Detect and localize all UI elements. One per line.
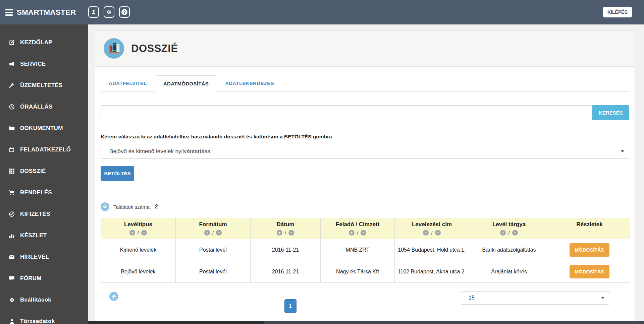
results-label: Találatok száma: (113, 204, 151, 210)
results-summary: Találatok száma: 2 (101, 202, 629, 211)
results-table: Levéltípus +/− Formátum +/− Dátum +/− (101, 218, 630, 283)
sidebar-item-service[interactable]: SERVICE (0, 53, 88, 75)
folder-icon (8, 125, 15, 131)
sidebar-item-hirlevel[interactable]: HÍRLEVÉL (0, 246, 88, 268)
cell-datum: 2016-11-21 (251, 261, 321, 283)
clock-icon (8, 104, 15, 110)
sort-desc-icon[interactable]: − (216, 230, 222, 236)
sidebar: KEZDŐLAP SERVICE ÜZEMELTETÉS ÓRAÁLLÁS DO… (0, 24, 88, 324)
gear-icon (106, 9, 112, 15)
sort-asc-icon[interactable]: + (204, 230, 210, 236)
sort-asc-icon[interactable]: + (349, 230, 355, 236)
sidebar-item-keszlet[interactable]: KÉSZLET (0, 225, 88, 246)
sort-desc-icon[interactable]: − (361, 230, 366, 236)
calendar-icon (8, 147, 15, 153)
column-header-datum: Dátum +/− (251, 218, 321, 239)
search-input[interactable] (101, 105, 592, 120)
wrench-icon (8, 82, 15, 88)
cell-level-targya: Banki adatszolgáltatás (469, 239, 549, 261)
megaphone-icon (8, 61, 15, 67)
sidebar-item-kezdolap[interactable]: KEZDŐLAP (0, 32, 88, 53)
sort-desc-icon[interactable]: − (512, 230, 518, 236)
content-panel: DOSSZIÉ ADATFELVITEL ADATMÓDOSÍTÁS ADATL… (95, 30, 635, 324)
sidebar-item-forum[interactable]: FÓRUM (0, 268, 88, 289)
page-size-value: 15 (469, 295, 475, 301)
cart-icon (8, 190, 15, 196)
settings-button[interactable] (104, 6, 114, 18)
chevron-down-icon (601, 297, 604, 299)
user-icon (8, 319, 15, 324)
grid-icon (8, 168, 15, 174)
topbar-icon-group: ? (88, 6, 130, 18)
cell-reszletek: MÓDOSÍTÁS (549, 239, 630, 261)
column-header-formatum: Formátum +/− (176, 218, 251, 239)
column-header-level-targya: Levél tárgya +/− (469, 218, 549, 239)
sort-asc-icon[interactable]: + (277, 230, 282, 236)
sort-asc-icon[interactable]: + (129, 230, 135, 236)
help-icon: ? (121, 9, 127, 15)
main-area: DOSSZIÉ ADATFELVITEL ADATMÓDOSÍTÁS ADATL… (88, 24, 644, 324)
sort-desc-icon[interactable]: − (141, 230, 147, 236)
comment-icon (8, 275, 15, 281)
tab-adatlekerdezes[interactable]: ADATLEKÉRDEZÉS (217, 75, 282, 92)
cell-formatum: Postai levél (176, 261, 251, 283)
dossier-select-value: Bejövő és kimenő levelek nyilvántartása (109, 148, 210, 155)
column-header-leveltipus: Levéltípus +/− (101, 218, 176, 239)
app-brand: SMARTMASTER (17, 0, 76, 24)
scroll-down-icon[interactable] (101, 202, 109, 211)
user-button[interactable] (88, 6, 99, 18)
sidebar-item-dosszie[interactable]: DOSSZIÉ (0, 160, 88, 182)
search-button[interactable]: KERESÉS (592, 105, 629, 120)
sidebar-item-dokumentum[interactable]: DOKUMENTUM (0, 118, 88, 139)
cell-leveltipus: Bejövő levelek (101, 261, 176, 283)
table-row: Bejövő levelek Postai levél 2016-11-21 N… (101, 261, 630, 283)
dossier-books-icon (103, 38, 124, 59)
column-header-levelezesi-cim: Levelezési cím +/− (395, 218, 469, 239)
chevron-down-icon (621, 150, 624, 152)
sidebar-item-uzemeltetes[interactable]: ÜZEMELTETÉS (0, 75, 88, 96)
results-count: 2 (155, 204, 158, 210)
envelope-icon (8, 254, 15, 260)
bar-chart-icon (8, 233, 15, 239)
cell-felado-cimzett: Nagy és Társa Kft (321, 261, 395, 283)
cell-level-targya: Árajánlat kérés (469, 261, 549, 283)
tab-content: KERESÉS Kérem válassza ki az adatfelvite… (95, 105, 635, 324)
cell-leveltipus: Kimenő levelek (101, 239, 176, 261)
dossier-helper-text: Kérem válassza ki az adatfelvitelhez has… (101, 134, 629, 140)
check-circle-icon (8, 211, 15, 217)
sidebar-item-kifizetes[interactable]: KIFIZETÉS (0, 203, 88, 225)
column-header-felado-cimzett: Feladó / Címzett +/− (321, 218, 395, 239)
tab-adatmodositas[interactable]: ADATMÓDOSÍTÁS (155, 75, 217, 92)
sidebar-item-beallitasok[interactable]: Beállítások (0, 289, 88, 311)
logout-button[interactable]: KILÉPÉS (603, 7, 632, 17)
sort-asc-icon[interactable]: + (423, 230, 429, 236)
dossier-select[interactable]: Bejövő és kimenő levelek nyilvántartása (101, 144, 629, 159)
table-row: Kimenő levelek Postai levél 2016-11-21 M… (101, 239, 630, 261)
scroll-to-top-icon[interactable] (109, 292, 118, 301)
modify-button[interactable]: MÓDOSÍTÁS (570, 265, 609, 278)
table-footer: 1 15 (101, 283, 629, 324)
menu-icon[interactable] (5, 9, 13, 17)
modify-button[interactable]: MÓDOSÍTÁS (570, 243, 609, 257)
sidebar-item-oraallas[interactable]: ÓRAÁLLÁS (0, 96, 88, 118)
load-button[interactable]: BETÖLTÉS (101, 166, 134, 181)
sidebar-item-rendeles[interactable]: RENDELÉS (0, 182, 88, 203)
gear-icon (8, 297, 15, 303)
sidebar-item-torzsadatok[interactable]: Törzsadatok (0, 311, 88, 324)
cell-formatum: Postai levél (176, 239, 251, 261)
cell-levelezesi-cim: 1102 Budapest, Akna utca 2. (395, 261, 469, 283)
sort-desc-icon[interactable]: − (288, 230, 294, 236)
cell-levelezesi-cim: 1054 Budapest, Hold utca 1. (395, 239, 469, 261)
page-header: DOSSZIÉ (95, 30, 635, 67)
cell-felado-cimzett: MNB ZRT (321, 239, 395, 261)
tab-adatfelvitel[interactable]: ADATFELVITEL (101, 75, 155, 92)
sidebar-item-feladatkezelo[interactable]: FELADATKEZELŐ (0, 139, 88, 160)
edit-icon (8, 40, 15, 46)
footer-bar-dark-segment (88, 321, 264, 324)
tab-bar: ADATFELVITEL ADATMÓDOSÍTÁS ADATLEKÉRDEZÉ… (101, 75, 629, 92)
page-size-select[interactable]: 15 (460, 291, 610, 305)
sort-desc-icon[interactable]: − (435, 230, 441, 236)
sort-asc-icon[interactable]: + (500, 230, 506, 236)
help-button[interactable]: ? (119, 6, 130, 18)
pagination-page-1[interactable]: 1 (284, 299, 297, 313)
